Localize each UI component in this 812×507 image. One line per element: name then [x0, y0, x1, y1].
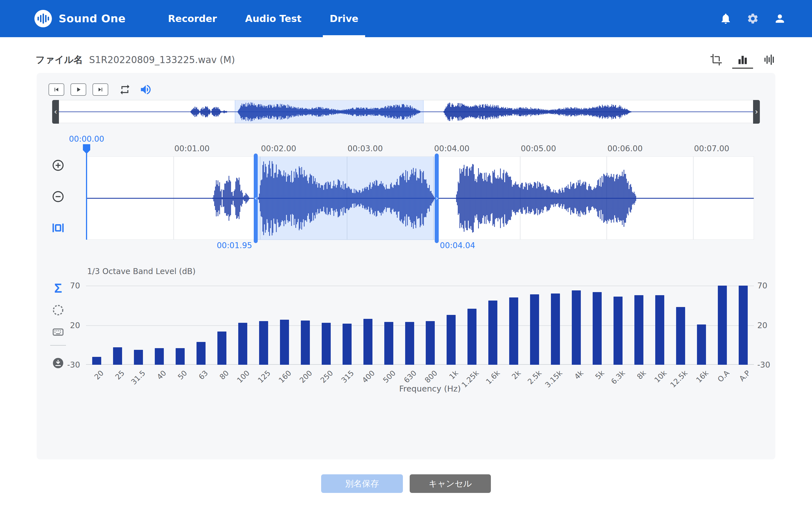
x-tick-label: 63: [197, 369, 209, 381]
timeline-tick-label: 00:04.00: [434, 144, 469, 153]
save-as-button[interactable]: 別名保存: [321, 474, 403, 493]
x-tick-label: 100: [236, 369, 251, 385]
chart-bar: [113, 347, 122, 365]
fit-selection-button[interactable]: [51, 221, 65, 235]
chart-title: 1/3 Octave Band Level (dB): [87, 267, 196, 276]
selection-handle-right[interactable]: ›: [435, 154, 439, 243]
nav-item-drive[interactable]: Drive: [329, 0, 358, 37]
repeat-icon: [119, 83, 131, 96]
x-tick-label: 400: [360, 369, 376, 385]
play-button[interactable]: [70, 83, 86, 96]
cancel-button[interactable]: キャンセル: [410, 474, 491, 493]
selection-region[interactable]: [256, 157, 437, 240]
x-tick-label: 250: [319, 369, 335, 385]
chart-bar: [322, 323, 331, 365]
x-tick-label: 40: [155, 369, 168, 381]
chart-bar: [509, 297, 518, 365]
fit-selection-icon: [52, 221, 64, 234]
skip-start-button[interactable]: [49, 83, 64, 96]
circle-icon: [52, 304, 64, 316]
repeat-button[interactable]: [119, 83, 131, 96]
x-tick-label: A.P: [738, 369, 752, 383]
y-tick-label: 20: [757, 321, 767, 330]
chart-bar: [530, 294, 539, 365]
x-tick-label: 200: [298, 369, 314, 385]
x-tick-label: 500: [381, 369, 397, 385]
bell-icon[interactable]: [719, 12, 732, 25]
y-tick-label: 20: [52, 321, 80, 330]
chart-bar: [134, 350, 143, 365]
chart-bar: [175, 348, 185, 365]
selection-handle-left[interactable]: ‹: [254, 154, 258, 243]
timeline-tick-label: 00:05.00: [521, 144, 556, 153]
chart-bar: [197, 342, 206, 365]
overview-handle-right[interactable]: ›: [753, 100, 760, 124]
chevron-left-icon: ‹: [255, 195, 257, 202]
skip-end-button[interactable]: [93, 83, 108, 96]
volume-button[interactable]: [139, 83, 152, 96]
chart-bar: [384, 322, 393, 365]
chart-bar: [593, 292, 602, 365]
crop-view-button[interactable]: [708, 53, 724, 66]
main-nav: Recorder Audio Test Drive: [168, 0, 359, 37]
x-tick-label: 2.5k: [526, 369, 543, 386]
zoom-out-button[interactable]: [51, 190, 65, 203]
skip-start-icon: [53, 86, 60, 93]
x-tick-label: 20: [93, 369, 105, 381]
playhead[interactable]: [83, 144, 90, 240]
chart-plot: 202531.540506380100125160200250315400500…: [86, 282, 754, 365]
x-tick-label: 6.3k: [609, 369, 626, 386]
y-tick-label: -30: [757, 360, 770, 370]
x-tick-label: 12.5k: [669, 369, 689, 389]
overview-handle-left[interactable]: ‹: [52, 100, 59, 124]
chart-bar: [92, 357, 101, 365]
view-switch: [708, 53, 777, 66]
x-tick-label: 5k: [594, 369, 606, 381]
bar-chart-view-button[interactable]: [735, 53, 751, 66]
transport-controls: [49, 83, 152, 96]
y-tick-label: 70: [52, 281, 80, 290]
x-tick-label: 10k: [653, 369, 668, 384]
chevron-left-icon: ‹: [54, 108, 57, 116]
chart-bar: [301, 321, 310, 365]
x-tick-label: 2k: [510, 369, 522, 381]
x-tick-label: 160: [277, 369, 293, 385]
circle-tool-button[interactable]: [51, 303, 65, 317]
y-tick-label: 70: [757, 281, 767, 290]
x-tick-label: 50: [176, 369, 189, 381]
chart-bar: [447, 315, 456, 365]
timeline-tick-row: 00:01.0000:02.0000:03.0000:04.0000:05.00…: [37, 144, 775, 154]
x-tick-label: 1k: [448, 369, 460, 381]
tool-divider: [50, 345, 66, 346]
overview-selection[interactable]: [235, 100, 423, 123]
x-tick-label: 1.25k: [460, 369, 481, 389]
file-label: ファイル名: [36, 54, 83, 66]
bar-chart-icon: [737, 54, 749, 66]
skip-end-icon: [97, 86, 104, 93]
selection-start-label: 00:01.95: [217, 241, 252, 250]
chart-bar: [363, 319, 372, 365]
playhead-line: [86, 152, 87, 240]
waveform-area[interactable]: ‹ ›: [87, 156, 754, 240]
timeline-tick-label: 00:02.00: [261, 144, 296, 153]
volume-icon: [139, 83, 152, 96]
timeline-tick-label: 00:06.00: [607, 144, 643, 153]
navbar-actions: [719, 0, 786, 37]
zoom-in-button[interactable]: [51, 159, 65, 172]
timeline-tick-label: 00:01.00: [174, 144, 209, 153]
y-tick-label: -30: [52, 360, 80, 370]
nav-item-recorder[interactable]: Recorder: [168, 0, 217, 37]
gear-icon[interactable]: [747, 12, 759, 25]
chevron-right-icon: ›: [755, 108, 758, 116]
spectrum-view-button[interactable]: [761, 53, 777, 66]
nav-item-audio-test[interactable]: Audio Test: [245, 0, 301, 37]
chart-x-axis-label: Frequency (Hz): [399, 384, 461, 393]
overview-strip[interactable]: ‹ ›: [52, 100, 760, 123]
chart-bar: [280, 320, 289, 365]
chart-bar: [739, 286, 748, 365]
brand-name: Sound One: [59, 12, 126, 25]
chart-bar: [155, 348, 164, 365]
person-icon[interactable]: [774, 12, 786, 25]
x-tick-label: 16k: [695, 369, 710, 384]
timeline-tick-label: 00:03.00: [348, 144, 383, 153]
